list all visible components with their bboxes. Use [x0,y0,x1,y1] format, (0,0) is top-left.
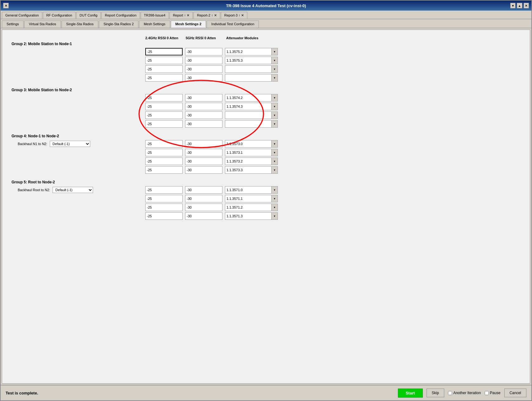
tab2-virtual-sta-radios[interactable]: Virtual Sta Radios [24,21,61,28]
tab2-individual-test-configuration[interactable]: Individual Test Configuration [207,21,259,28]
window-close-btn[interactable]: ✕ [3,3,9,8]
group-2-row-1-attn[interactable]: 1.1.3575.2 ▼ [225,48,278,55]
group-3-row-4-rssi5[interactable] [185,120,222,128]
group-3-row-3-rssi5[interactable] [185,111,222,119]
group-2-row-2-attn-dropdown[interactable]: ▼ [271,57,278,64]
group-3-row-1-rssi24[interactable] [145,94,183,101]
window-minimize-btn[interactable]: ▼ [510,3,516,8]
tab1-report[interactable]: Report ↑ ✕ [170,12,193,19]
group-4-backhaul-select[interactable]: Default (-1) [50,141,90,147]
group-4-row-4-attn-dropdown[interactable]: ▼ [271,167,278,173]
group-5-row-1-attn[interactable]: 1.1.3571.0 ▼ [225,186,278,194]
group-3-row-4-rssi24[interactable] [145,120,183,128]
group-2-row-3-rssi24[interactable] [145,65,183,73]
group-3-row-2-attn[interactable]: 1.1.3574.3 ▼ [225,103,278,110]
group-3-row-3-attn[interactable]: ▼ [225,111,278,119]
group-3-row-1-attn[interactable]: 1.1.3574.2 ▼ [225,94,278,101]
group-4-row-2-attn-dropdown[interactable]: ▼ [271,149,278,156]
group-3-row-3-attn-dropdown[interactable]: ▼ [271,112,278,119]
cancel-button[interactable]: Cancel [504,389,526,397]
col-header-attn: Attenuator Modules [226,36,282,40]
tab-bar-2: Settings Virtual Sta Radios Single-Sta R… [1,19,531,28]
group-4-row-2-attn[interactable]: 1.1.3573.1 ▼ [225,149,278,156]
group-4-row-4-attn[interactable]: 1.1.3573.3 ▼ [225,166,278,174]
group-4-row-2-rssi5[interactable] [185,149,222,156]
group-2-row-2-attn[interactable]: 1.1.3575.3 ▼ [225,57,278,64]
group-5-row-2-attn-dropdown[interactable]: ▼ [271,195,278,202]
group-5-row-1-rssi24[interactable] [145,186,183,194]
group-4-row-3-rssi5[interactable] [185,158,222,165]
group-5-section: Group 5: Root to Node-2 Backhaul Root to… [12,180,520,220]
group-5-row-3-rssi24[interactable] [145,204,183,211]
group-2-row-2-rssi5[interactable] [185,57,222,64]
group-5-row-4-attn[interactable]: 1.1.3571.3 ▼ [225,212,278,220]
tab1-rf-configuration[interactable]: RF Configuration [43,12,76,19]
group-4-row-3-attn-dropdown[interactable]: ▼ [271,158,278,165]
group-2-row-1-rssi24[interactable] [145,48,183,55]
skip-button[interactable]: Skip [427,389,444,397]
tab1-report-3[interactable]: Report-3 ↑ ✕ [221,12,247,19]
group-5-row-3-attn-dropdown[interactable]: ▼ [271,204,278,211]
group-5-row-4-rssi5[interactable] [185,212,222,220]
group-3-row-4-attn-dropdown[interactable]: ▼ [271,120,278,127]
group-3-section: Group 3: Mobile Station to Node-2 1.1.35… [12,88,520,128]
group-2-row-2-rssi24[interactable] [145,57,183,64]
group-3-row-4-attn[interactable]: ▼ [225,120,278,128]
tab2-mesh-settings-2[interactable]: Mesh Settings 2 [171,21,206,28]
group-5-row-4-attn-dropdown[interactable]: ▼ [271,213,278,219]
start-button[interactable]: Start [398,389,423,398]
group-3-row-1: 1.1.3574.2 ▼ [12,94,520,101]
group-5-row-3-rssi5[interactable] [185,204,222,211]
group-3-row-3-rssi24[interactable] [145,111,183,119]
group-2-row-4-rssi24[interactable] [145,74,183,82]
group-2-row-3-rssi5[interactable] [185,65,222,73]
group-4-row-4-rssi5[interactable] [185,166,222,174]
group-2-row-4-rssi5[interactable] [185,74,222,82]
content-area: 2.4GHz RSSI 0 Atten 5GHz RSSI 0 Atten At… [2,30,530,384]
group-5-backhaul-select[interactable]: Default (-1) [53,187,93,193]
group-2-row-4-attn[interactable]: ▼ [225,74,278,82]
group-5-row-2-rssi24[interactable] [145,195,183,202]
group-3-row-2-rssi5[interactable] [185,103,222,110]
group-4-row-3-rssi24[interactable] [145,158,183,165]
group-5-row-1-attn-dropdown[interactable]: ▼ [271,186,278,193]
group-4-row-1-attn-dropdown[interactable]: ▼ [271,140,278,147]
window-maximize-btn[interactable]: ▲ [517,3,522,8]
group-5-row-2-rssi5[interactable] [185,195,222,202]
group-5-row-4-rssi24[interactable] [145,212,183,220]
tab2-single-sta-radios[interactable]: Single-Sta Radios [62,21,98,28]
group-2-row-4-attn-dropdown[interactable]: ▼ [271,74,278,81]
group-5-row-2-attn[interactable]: 1.1.3571.1 ▼ [225,195,278,202]
window-title: TR-398 Issue 4 Automated Test (cv-inst-0… [226,3,306,8]
group-5-row-3-attn[interactable]: 1.1.3571.2 ▼ [225,204,278,211]
group-5-row-4: 1.1.3571.3 ▼ [12,212,520,220]
group-4-row-4-rssi24[interactable] [145,166,183,174]
group-2-row-3-attn[interactable]: ▼ [225,65,278,73]
group-3-row-1-rssi5[interactable] [185,94,222,101]
group-2-row-1-attn-dropdown[interactable]: ▼ [271,48,278,55]
bottom-bar: Test is complete. Start Skip Another Ite… [1,385,531,400]
group-3-row-2-rssi24[interactable] [145,103,183,110]
tab1-general-configuration[interactable]: General Configuration [2,12,42,19]
tab2-settings[interactable]: Settings [2,21,24,28]
group-5-row-1-rssi5[interactable] [185,186,222,194]
tab2-single-sta-radios-2[interactable]: Single-Sta Radios 2 [99,21,138,28]
group-4-row-2-rssi24[interactable] [145,149,183,156]
another-iteration-checkbox[interactable] [448,391,452,395]
group-4-row-3-attn[interactable]: 1.1.3573.2 ▼ [225,158,278,165]
tab1-tr398-issue4[interactable]: TR398-Issue4 [141,12,169,19]
group-2-label: Group 2: Mobile Station to Node-1 [12,42,520,46]
tab1-report-configuration[interactable]: Report Configuration [101,12,140,19]
group-2-row-1-rssi5[interactable] [185,48,222,55]
tab2-mesh-settings[interactable]: Mesh Settings [139,21,170,28]
group-4-row-1-rssi24[interactable] [145,140,183,148]
tab1-dut-config[interactable]: DUT Config [76,12,101,19]
group-4-row-1-rssi5[interactable] [185,140,222,148]
group-2-row-3-attn-dropdown[interactable]: ▼ [271,66,278,73]
tab1-report-2[interactable]: Report-2 ↑ ✕ [194,12,220,19]
pause-checkbox[interactable] [485,391,489,395]
group-3-row-1-attn-dropdown[interactable]: ▼ [271,94,278,101]
group-3-row-2-attn-dropdown[interactable]: ▼ [271,103,278,110]
group-4-row-1-attn[interactable]: 1.1.3573.0 ▼ [225,140,278,148]
window-close-btn2[interactable]: ✕ [524,3,529,8]
